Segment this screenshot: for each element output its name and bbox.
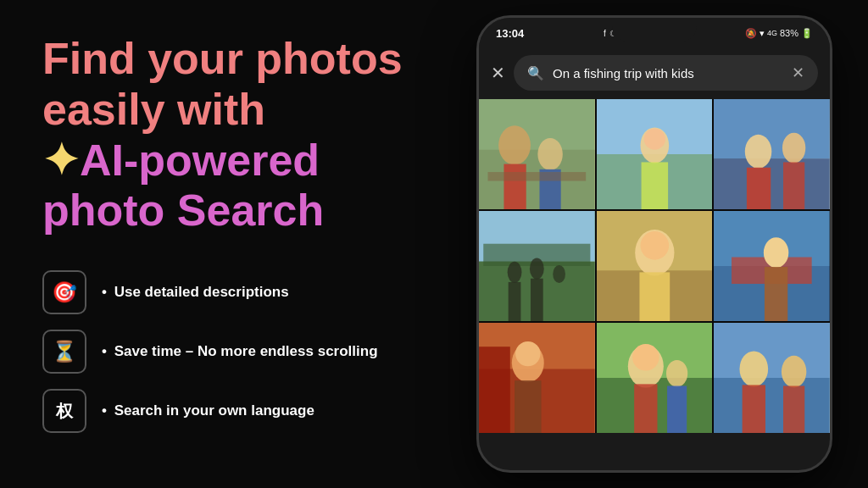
photo-5[interactable] [597,211,713,321]
headline-line4: photo Search [42,186,407,236]
headline: Find your photos easily with ✦AI-powered… [42,34,407,236]
search-bar-area: ✕ 🔍 On a fishing trip with kids ✕ [479,48,830,99]
status-time: 13:04 [496,27,524,40]
feature-item-descriptions: 🎯 • Use detailed descriptions [42,270,407,314]
headline-easily: easily with [42,85,265,134]
svg-rect-41 [479,347,510,433]
phone-wrapper: 13:04 f ☾ 📺 🎮 L • 🔕 ▾ 4G 83% 🔋 [476,15,832,473]
svg-point-51 [740,351,769,386]
photo-1-overlay [479,99,595,209]
left-panel: Find your photos easily with ✦AI-powered… [0,0,441,488]
svg-rect-45 [634,384,657,433]
svg-rect-15 [747,168,771,209]
svg-rect-24 [531,279,543,321]
svg-point-34 [764,237,788,268]
feature-label-descriptions: • Use detailed descriptions [102,284,289,301]
search-icon: 🔍 [527,65,544,81]
photo-grid [479,99,830,433]
svg-rect-35 [765,267,787,321]
signal-bars: 4G [767,29,777,37]
search-input-container[interactable]: 🔍 On a fishing trip with kids ✕ [514,55,818,91]
headline-find: Find your photos [42,34,403,83]
svg-rect-3 [504,164,526,209]
svg-point-47 [666,360,687,387]
photo-9[interactable] [714,323,830,433]
phone-notch [612,18,697,42]
photo-2[interactable] [597,99,713,209]
svg-point-2 [498,125,531,164]
feature-item-time: ⏳ • Save time – No more endless scrollin… [42,330,407,374]
photo-3[interactable] [714,99,830,209]
photo-9-overlay [714,323,830,433]
hourglass-icon: ⏳ [42,330,86,374]
svg-point-30 [640,231,669,260]
photo-4[interactable] [479,211,595,321]
svg-point-14 [745,135,772,169]
photo-8-overlay [597,323,713,433]
photo-2-overlay [597,99,713,209]
svg-point-16 [782,133,805,164]
svg-point-11 [643,129,665,150]
photo-6[interactable] [714,211,830,321]
svg-rect-29 [639,272,670,321]
sparkle-icon: ✦ [42,136,80,185]
svg-rect-52 [743,385,765,433]
svg-rect-22 [509,282,521,321]
search-close-button[interactable]: ✕ [491,63,505,83]
search-clear-button[interactable]: ✕ [792,64,804,82]
photo-5-overlay [597,211,713,321]
photo-4-overlay [479,211,595,321]
photo-6-overlay [714,211,830,321]
target-icon: 🎯 [42,270,86,314]
status-right: 🔕 ▾ 4G 83% 🔋 [745,28,813,39]
headline-line2: easily with [42,85,407,136]
headline-ai-line: ✦AI-powered [42,136,407,186]
svg-rect-50 [714,378,830,433]
battery-percent: 83% [780,28,798,38]
svg-rect-17 [783,162,804,209]
svg-point-25 [553,265,565,283]
feature-item-language: 权 • Search in your own language [42,389,407,433]
feature-label-time: • Save time – No more endless scrolling [102,343,378,360]
headline-ai-text: AI-powered [80,136,320,185]
feature-label-language: • Search in your own language [102,402,314,419]
phone-frame: 13:04 f ☾ 📺 🎮 L • 🔕 ▾ 4G 83% 🔋 [476,15,832,473]
svg-point-53 [782,356,806,388]
svg-rect-48 [667,385,687,433]
battery-icon: 🔋 [801,28,813,39]
svg-rect-13 [714,158,830,209]
svg-point-21 [508,262,522,283]
photo-8[interactable] [597,323,713,433]
headline-photo-search: photo Search [42,186,324,235]
wifi-icon: ▾ [760,28,765,39]
svg-rect-39 [515,380,542,433]
photo-1[interactable] [479,99,595,209]
right-panel: 13:04 f ☾ 📺 🎮 L • 🔕 ▾ 4G 83% 🔋 [441,0,868,488]
svg-point-40 [515,341,540,366]
photo-7-overlay [479,323,595,433]
svg-point-23 [530,258,544,280]
photo-7[interactable] [479,323,595,433]
search-text-value[interactable]: On a fishing trip with kids [553,66,783,80]
features-list: 🎯 • Use detailed descriptions ⏳ • Save t… [42,270,407,433]
svg-rect-10 [641,162,668,209]
svg-rect-6 [488,172,587,181]
mute-icon: 🔕 [745,28,757,39]
headline-line1: Find your photos [42,34,407,85]
language-icon: 权 [42,389,86,433]
svg-rect-12 [714,99,830,158]
facebook-icon: f [604,29,606,38]
svg-point-4 [537,138,562,170]
svg-point-46 [632,344,659,371]
photo-3-overlay [714,99,830,209]
svg-rect-54 [783,385,804,433]
svg-rect-49 [714,323,830,378]
